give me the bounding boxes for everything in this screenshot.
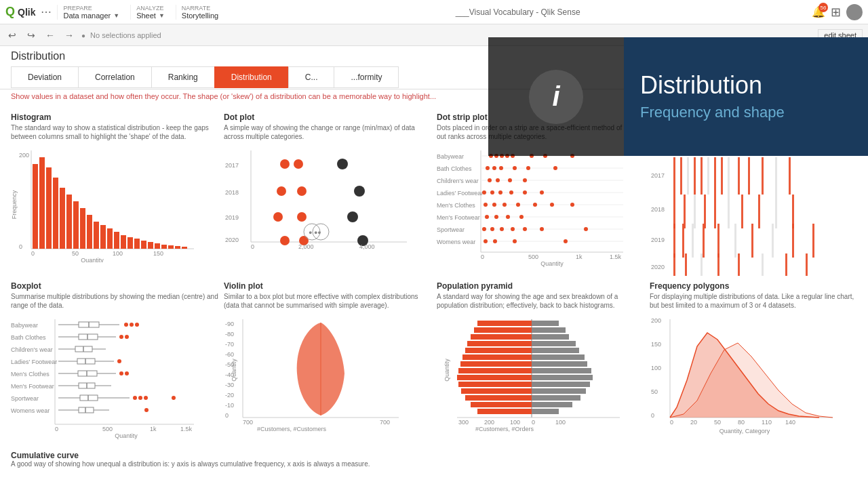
tab-ranking[interactable]: Ranking bbox=[151, 66, 215, 88]
overlay-subtitle: Frequency and shape bbox=[640, 104, 852, 121]
svg-rect-262 bbox=[532, 354, 585, 360]
svg-point-101 bbox=[502, 203, 507, 207]
redo-icon[interactable]: ↪ bbox=[24, 28, 38, 42]
svg-rect-160 bbox=[751, 224, 753, 258]
svg-rect-19 bbox=[134, 239, 140, 249]
svg-rect-156 bbox=[692, 224, 694, 258]
svg-rect-254 bbox=[532, 327, 566, 333]
svg-point-114 bbox=[523, 227, 527, 231]
svg-rect-9 bbox=[66, 195, 72, 249]
freqpoly-desc: For displaying multiple distributions of… bbox=[650, 292, 857, 310]
boxplot-block: Boxplot Summarise multiple distributions… bbox=[11, 281, 218, 448]
prepare-section[interactable]: Prepare Data manager ▼ bbox=[57, 5, 125, 20]
svg-rect-24 bbox=[168, 245, 174, 249]
svg-text:Frequency: Frequency bbox=[11, 190, 18, 219]
svg-text:Children's wear: Children's wear bbox=[11, 346, 53, 353]
svg-rect-274 bbox=[532, 395, 580, 401]
svg-text:Quantity: Quantity bbox=[443, 359, 450, 382]
svg-text:Babywear: Babywear bbox=[11, 322, 38, 329]
svg-text:Sportwear: Sportwear bbox=[437, 226, 465, 233]
narrate-section[interactable]: Narrate Storytelling bbox=[176, 5, 224, 20]
svg-text:200: 200 bbox=[19, 152, 29, 159]
svg-rect-170 bbox=[785, 253, 787, 276]
svg-rect-144 bbox=[673, 195, 675, 228]
svg-text:200: 200 bbox=[484, 419, 494, 426]
svg-text:Womens wear: Womens wear bbox=[437, 239, 475, 245]
svg-text:Men's Footwear: Men's Footwear bbox=[11, 383, 54, 390]
qlik-logo[interactable]: Q Qlik bbox=[5, 5, 35, 19]
svg-point-116 bbox=[584, 227, 588, 231]
svg-rect-133 bbox=[694, 157, 696, 195]
svg-rect-157 bbox=[703, 224, 705, 258]
svg-point-41 bbox=[337, 159, 348, 169]
svg-point-86 bbox=[513, 166, 517, 170]
svg-rect-159 bbox=[734, 224, 736, 258]
violin-chart: -90 -80 -70 -60 -50 -40 -30 -20 -10 0 bbox=[224, 312, 431, 448]
svg-rect-255 bbox=[471, 334, 532, 340]
svg-point-91 bbox=[508, 178, 512, 182]
grid-menu-icon[interactable]: ⊞ bbox=[831, 5, 841, 20]
svg-point-90 bbox=[496, 178, 500, 182]
svg-rect-266 bbox=[532, 368, 591, 373]
no-selections-label: ● No selections applied bbox=[81, 31, 161, 39]
tab-correlation[interactable]: Correlation bbox=[78, 66, 152, 88]
svg-rect-164 bbox=[673, 253, 675, 276]
svg-text:Ladies' Footwear: Ladies' Footwear bbox=[11, 359, 57, 365]
svg-point-107 bbox=[494, 215, 498, 219]
svg-point-39 bbox=[280, 159, 290, 169]
user-avatar[interactable] bbox=[846, 4, 863, 20]
svg-rect-145 bbox=[684, 195, 686, 228]
svg-rect-26 bbox=[182, 247, 187, 249]
tab-deviation[interactable]: Deviation bbox=[11, 66, 79, 88]
svg-rect-25 bbox=[175, 246, 180, 249]
svg-point-94 bbox=[490, 190, 494, 195]
svg-rect-20 bbox=[141, 241, 146, 249]
svg-point-95 bbox=[498, 190, 502, 195]
violin-desc: Similar to a box plot but more effective… bbox=[224, 292, 431, 310]
qlik-q-icon: Q bbox=[5, 5, 15, 19]
svg-point-115 bbox=[540, 227, 544, 231]
svg-rect-5 bbox=[39, 157, 45, 249]
svg-rect-263 bbox=[460, 361, 532, 367]
svg-rect-155 bbox=[682, 224, 684, 258]
svg-point-103 bbox=[533, 203, 537, 207]
qlik-wordmark: Qlik bbox=[18, 7, 35, 18]
svg-point-203 bbox=[117, 359, 121, 363]
svg-rect-149 bbox=[728, 195, 730, 228]
svg-text:0: 0 bbox=[55, 426, 58, 432]
forward-icon[interactable]: → bbox=[62, 28, 76, 42]
more-menu-icon[interactable]: ⋯ bbox=[41, 5, 52, 18]
svg-point-40 bbox=[294, 159, 303, 169]
svg-text:-60: -60 bbox=[225, 351, 234, 358]
svg-point-187 bbox=[130, 323, 134, 327]
back-icon[interactable]: ← bbox=[43, 28, 57, 42]
svg-point-85 bbox=[499, 166, 503, 170]
svg-text:Men's Clothes: Men's Clothes bbox=[437, 202, 475, 209]
svg-text:Quantity: Quantity bbox=[540, 260, 564, 267]
svg-text:Womens wear: Womens wear bbox=[11, 407, 50, 414]
analyze-section[interactable]: Analyze Sheet ▼ bbox=[130, 5, 170, 20]
svg-text:0: 0 bbox=[19, 243, 22, 250]
freqpoly-title: Frequency polygons bbox=[650, 281, 857, 291]
svg-rect-142 bbox=[775, 157, 777, 195]
tab-formity[interactable]: ...formity bbox=[334, 66, 399, 88]
tab-distribution[interactable]: Distribution bbox=[214, 66, 289, 88]
undo-icon[interactable]: ↩ bbox=[5, 28, 19, 42]
svg-rect-271 bbox=[461, 388, 532, 394]
svg-point-106 bbox=[485, 215, 489, 219]
svg-rect-23 bbox=[161, 245, 167, 249]
svg-text:500: 500 bbox=[102, 426, 113, 432]
svg-rect-13 bbox=[94, 222, 99, 249]
svg-rect-140 bbox=[748, 157, 750, 195]
svg-rect-141 bbox=[762, 157, 764, 195]
svg-point-97 bbox=[523, 190, 527, 195]
svg-text:1.5k: 1.5k bbox=[180, 426, 193, 432]
analyze-value: Sheet bbox=[136, 12, 156, 20]
notifications-button[interactable]: 🔔 56 bbox=[812, 5, 825, 18]
tab-c[interactable]: C... bbox=[288, 66, 335, 88]
prepare-arrow-icon: ▼ bbox=[113, 12, 119, 19]
svg-rect-146 bbox=[694, 195, 696, 228]
svg-rect-17 bbox=[121, 235, 126, 249]
svg-rect-205 bbox=[78, 371, 97, 376]
svg-rect-130 bbox=[673, 157, 675, 195]
